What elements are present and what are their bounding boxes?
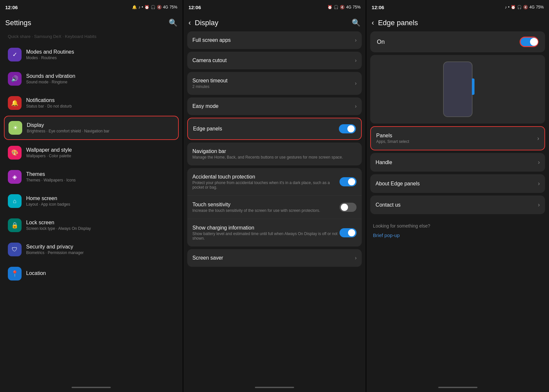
display-row-camera-cutout[interactable]: Camera cutout ›: [187, 52, 362, 69]
screen-saver-title: Screen saver: [192, 255, 355, 261]
display-section-edge-panels: Edge panels: [187, 118, 362, 140]
notif-icon: 🔔: [132, 5, 137, 9]
notifications-title: Notifications: [26, 97, 175, 103]
handle-text: Handle: [375, 160, 538, 165]
notifications-text: Notifications Status bar · Do not distur…: [26, 97, 175, 109]
signal-icon-3: 4G: [529, 5, 535, 9]
accidental-touch-title: Accidental touch protection: [192, 174, 340, 180]
touch-sensitivity-toggle-knob: [341, 204, 348, 211]
easy-mode-text: Easy mode: [192, 103, 355, 109]
panels-title: Panels: [376, 133, 537, 139]
edge-row-panels[interactable]: Panels Apps, Smart select ›: [371, 127, 544, 150]
settings-item-display[interactable]: ☀ Display Brightness · Eye comfort shiel…: [4, 116, 179, 140]
settings-search-icon[interactable]: 🔍: [169, 19, 177, 27]
display-scroll: Full screen apps › Camera cutout › Scree…: [183, 31, 366, 384]
settings-item-home-screen[interactable]: ⌂ Home screen Layout · App icon badges: [4, 190, 179, 213]
edge-back-button[interactable]: ‹: [372, 19, 374, 27]
modes-text: Modes and Routines Modes · Routines: [26, 49, 175, 60]
edge-panels-text: Edge panels: [193, 126, 339, 132]
security-icon: 🛡: [8, 243, 22, 256]
panels-text: Panels Apps, Smart select: [376, 133, 537, 144]
dot-icon: •: [141, 5, 143, 9]
nav-bar-sub: Manage the Home, Back, and Recents butto…: [192, 155, 357, 160]
display-row-show-charging[interactable]: Show charging information Show battery l…: [187, 219, 362, 247]
settings-top-bar: Settings 🔍: [0, 14, 183, 31]
show-charging-sub: Show battery level and estimated time un…: [192, 231, 340, 241]
settings-item-sounds[interactable]: 🔊 Sounds and vibration Sound mode · Ring…: [4, 67, 179, 90]
display-row-screen-saver[interactable]: Screen saver ›: [187, 249, 362, 267]
settings-item-lock-screen[interactable]: 🔒 Lock screen Screen lock type · Always …: [4, 214, 179, 237]
bt-icon-2: 🎧: [334, 5, 339, 9]
settings-item-themes[interactable]: ◈ Themes Themes · Wallpapers · Icons: [4, 165, 179, 188]
display-row-full-screen-apps[interactable]: Full screen apps ›: [187, 31, 362, 49]
edge-preview: [370, 55, 545, 124]
display-search-icon[interactable]: 🔍: [352, 19, 360, 27]
vol-icon-3: 🔇: [523, 5, 528, 9]
settings-item-wallpaper[interactable]: 🎨 Wallpaper and style Wallpapers · Color…: [4, 141, 179, 164]
edge-row-contact[interactable]: Contact us ›: [370, 196, 545, 214]
alarm-icon-3: ⏰: [511, 5, 516, 9]
show-charging-text: Show charging information Show battery l…: [192, 225, 340, 241]
timeout-sub: 2 minutes: [192, 84, 355, 89]
looking-for-section: Looking for something else? Brief pop-up: [370, 217, 545, 241]
modes-title: Modes and Routines: [26, 49, 175, 55]
bottom-bar-1: [0, 384, 183, 392]
edge-row-about[interactable]: About Edge panels ›: [370, 174, 545, 193]
display-icon-glyph: ☀: [13, 124, 18, 131]
contact-chevron-icon: ›: [538, 201, 540, 208]
display-back-button[interactable]: ‹: [189, 19, 191, 27]
security-text: Security and privacy Biometrics · Permis…: [26, 244, 175, 255]
edge-main-toggle[interactable]: [520, 37, 539, 47]
timeout-title: Screen timeout: [192, 78, 355, 84]
display-row-edge-panels[interactable]: Edge panels: [188, 118, 361, 139]
settings-item-security[interactable]: 🛡 Security and privacy Biometrics · Perm…: [4, 238, 179, 261]
edge-panels-toggle-knob: [347, 125, 355, 132]
accidental-touch-toggle[interactable]: [340, 177, 357, 186]
status-icons-2: ⏰ 🎧 🔇 4G 75%: [327, 5, 360, 9]
home-icon: ⌂: [8, 194, 22, 208]
display-row-screen-timeout[interactable]: Screen timeout 2 minutes ›: [187, 72, 362, 95]
security-title: Security and privacy: [26, 244, 175, 250]
dot-icon-3: •: [508, 5, 509, 9]
phone-mockup: [443, 61, 473, 117]
notifications-icon: 🔔: [8, 96, 22, 110]
display-row-touch-sensitivity[interactable]: Touch sensitivity Increase the touch sen…: [187, 196, 362, 219]
display-section-screen-saver: Screen saver ›: [187, 249, 362, 267]
accidental-touch-sub: Protect your phone from accidental touch…: [192, 180, 340, 190]
settings-item-notifications[interactable]: 🔔 Notifications Status bar · Do not dist…: [4, 92, 179, 114]
screen-saver-text: Screen saver: [192, 255, 355, 261]
status-icons-3: ♪ • ⏰ 🎧 🔇 4G 75%: [505, 5, 544, 9]
edge-on-row[interactable]: On: [370, 31, 545, 52]
signal-icon: 4G: [163, 5, 168, 9]
edge-scroll: On Panels Apps, Smart select ›: [366, 31, 549, 384]
signal-icon-2: 4G: [346, 5, 351, 9]
looking-for-label: Looking for something else?: [373, 223, 542, 229]
handle-title: Handle: [375, 160, 538, 165]
settings-title: Settings: [5, 19, 169, 27]
lock-title: Lock screen: [26, 220, 175, 226]
display-row-accidental-touch[interactable]: Accidental touch protection Protect your…: [187, 168, 362, 196]
edge-panels-toggle[interactable]: [339, 124, 356, 133]
display-top-bar: ‹ Display 🔍: [183, 14, 366, 31]
settings-item-modes-routines[interactable]: ✓ Modes and Routines Modes · Routines: [4, 43, 179, 66]
themes-icon-glyph: ◈: [12, 173, 17, 180]
contact-text: Contact us: [375, 202, 538, 208]
edge-row-handle[interactable]: Handle ›: [370, 153, 545, 172]
alarm-icon-2: ⏰: [327, 5, 332, 9]
location-title: Location: [26, 270, 175, 276]
display-section-timeout: Screen timeout 2 minutes ›: [187, 72, 362, 95]
touch-sensitivity-toggle[interactable]: [340, 203, 357, 212]
status-time-2: 12:06: [189, 5, 201, 10]
screen-saver-chevron-icon: ›: [355, 255, 357, 261]
edge-section-contact: Contact us ›: [370, 196, 545, 214]
display-row-nav-bar[interactable]: Navigation bar Manage the Home, Back, an…: [187, 143, 362, 165]
settings-item-location[interactable]: 📍 Location: [4, 262, 179, 285]
display-row-easy-mode[interactable]: Easy mode ›: [187, 97, 362, 115]
show-charging-toggle[interactable]: [340, 228, 357, 237]
display-icon: ☀: [8, 121, 22, 135]
contact-title: Contact us: [375, 202, 538, 208]
bt-icon: 🎧: [151, 5, 156, 9]
show-charging-title: Show charging information: [192, 225, 340, 231]
edge-top-bar: ‹ Edge panels: [366, 14, 549, 31]
brief-popup-link[interactable]: Brief pop-up: [373, 232, 542, 238]
